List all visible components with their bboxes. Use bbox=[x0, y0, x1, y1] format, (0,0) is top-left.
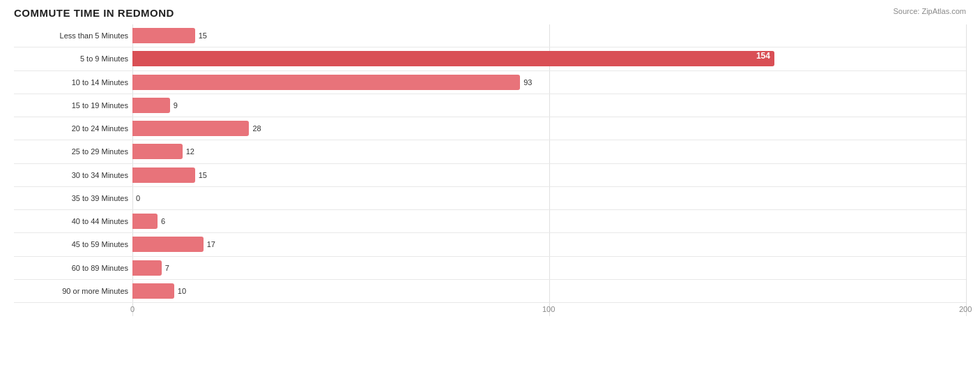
bar-track: 17 bbox=[132, 237, 966, 252]
bar-row: 30 to 34 Minutes15 bbox=[14, 164, 966, 187]
bar-value: 15 bbox=[199, 31, 207, 40]
bar-label: 35 to 39 Minutes bbox=[14, 194, 132, 202]
bar-fill bbox=[132, 237, 204, 252]
bar-row: 25 to 29 Minutes12 bbox=[14, 140, 966, 163]
bar-label: 60 to 89 Minutes bbox=[14, 264, 132, 272]
bar-row: 20 to 24 Minutes28 bbox=[14, 117, 966, 140]
bar-track: 93 bbox=[132, 75, 966, 90]
bar-row: 90 or more Minutes10 bbox=[14, 280, 966, 303]
chart-source: Source: ZipAtlas.com bbox=[893, 7, 966, 15]
bar-label: 90 or more Minutes bbox=[14, 287, 132, 295]
bar-label: 20 to 24 Minutes bbox=[14, 124, 132, 133]
bar-fill bbox=[132, 28, 195, 43]
bar-fill bbox=[132, 98, 170, 113]
bar-fill bbox=[132, 75, 520, 90]
bar-fill bbox=[132, 260, 162, 276]
bar-row: Less than 5 Minutes15 bbox=[14, 24, 966, 47]
bar-track: 15 bbox=[132, 28, 966, 43]
x-axis-tick: 0 bbox=[130, 305, 135, 313]
bar-fill bbox=[132, 144, 183, 159]
bar-row: 60 to 89 Minutes7 bbox=[14, 257, 966, 280]
bar-label: 25 to 29 Minutes bbox=[14, 147, 132, 156]
bar-track: 12 bbox=[132, 144, 966, 159]
bar-row: 35 to 39 Minutes0 bbox=[14, 187, 966, 210]
grid-line bbox=[966, 24, 967, 316]
bar-label: Less than 5 Minutes bbox=[14, 31, 132, 40]
bar-value: 15 bbox=[199, 171, 207, 179]
bar-track: 0 bbox=[132, 191, 966, 206]
bar-fill bbox=[132, 121, 249, 136]
chart-area: Less than 5 Minutes155 to 9 Minutes15410… bbox=[14, 24, 966, 316]
bar-row: 15 to 19 Minutes9 bbox=[14, 94, 966, 117]
x-axis-tick: 100 bbox=[542, 305, 555, 313]
bar-track: 28 bbox=[132, 121, 966, 136]
bar-track: 6 bbox=[132, 214, 966, 229]
bar-label: 5 to 9 Minutes bbox=[14, 54, 132, 63]
bar-label: 40 to 44 Minutes bbox=[14, 217, 132, 225]
bar-label: 30 to 34 Minutes bbox=[14, 171, 132, 179]
bar-value: 9 bbox=[174, 101, 178, 110]
bar-fill: 154 bbox=[132, 51, 774, 66]
bar-track: 7 bbox=[132, 260, 966, 276]
chart-title: COMMUTE TIME IN REDMOND bbox=[14, 7, 174, 19]
bar-value: 10 bbox=[178, 287, 186, 295]
bar-value: 0 bbox=[136, 194, 140, 202]
bar-value: 6 bbox=[161, 217, 165, 225]
bar-track: 10 bbox=[132, 283, 966, 299]
bar-label: 45 to 59 Minutes bbox=[14, 240, 132, 248]
chart-container: COMMUTE TIME IN REDMOND Source: ZipAtlas… bbox=[0, 0, 980, 365]
bar-fill bbox=[132, 214, 158, 229]
bar-value: 154 bbox=[756, 51, 770, 61]
bar-value: 28 bbox=[252, 124, 261, 133]
bar-fill bbox=[132, 283, 174, 299]
bar-value: 12 bbox=[186, 147, 194, 156]
bar-value: 93 bbox=[523, 78, 532, 87]
bar-value: 17 bbox=[207, 240, 215, 248]
bar-row: 5 to 9 Minutes154 bbox=[14, 47, 966, 70]
x-axis-tick: 200 bbox=[959, 305, 972, 313]
bar-label: 10 to 14 Minutes bbox=[14, 78, 132, 87]
bar-row: 45 to 59 Minutes17 bbox=[14, 233, 966, 256]
bar-track: 154 bbox=[132, 51, 966, 66]
bar-row: 10 to 14 Minutes93 bbox=[14, 71, 966, 94]
bar-fill bbox=[132, 167, 195, 183]
bar-track: 9 bbox=[132, 98, 966, 113]
bar-track: 15 bbox=[132, 167, 966, 183]
bar-label: 15 to 19 Minutes bbox=[14, 101, 132, 110]
bar-row: 40 to 44 Minutes6 bbox=[14, 210, 966, 233]
x-axis: 0100200 bbox=[132, 305, 966, 316]
bar-value: 7 bbox=[165, 264, 169, 272]
chart-header: COMMUTE TIME IN REDMOND Source: ZipAtlas… bbox=[14, 7, 966, 19]
